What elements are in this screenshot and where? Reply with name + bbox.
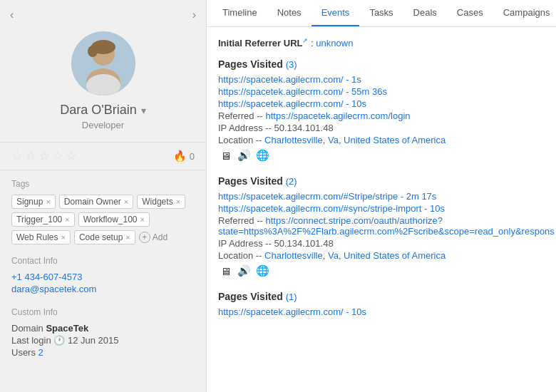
tag-workflow-label: Workflow_100	[83, 215, 138, 225]
visit-1-ip: IP Address -- 50.134.101.48	[218, 123, 545, 133]
tag-codesetup-label: Code setup	[79, 232, 123, 242]
tab-cases[interactable]: Cases	[447, 0, 493, 26]
avatar	[71, 31, 135, 96]
visit-2-ip: IP Address -- 50.134.101.48	[218, 238, 545, 249]
visit-2-icons: 🖥 🔊 🌐	[218, 264, 545, 278]
visit-2-url-2[interactable]: https://spacetek.agilecrm.com/#sync/stri…	[218, 203, 545, 214]
tab-notes[interactable]: Notes	[267, 0, 312, 26]
next-arrow[interactable]: ›	[188, 7, 200, 23]
visit-block-3: Pages Visited (1) https://spacetek.agile…	[218, 291, 545, 317]
contact-info-label: Contact Info	[0, 250, 206, 269]
left-panel: ‹ › Dara O'Briain ▾ Developer	[0, 0, 207, 392]
visit-1-country[interactable]: United States of America	[344, 135, 446, 145]
visit-1-url-3[interactable]: https://spacetek.agilecrm.com/ - 10s	[218, 98, 545, 109]
referrer-line: Initial Referrer URL↗ : unknown	[218, 37, 545, 48]
contact-name: Dara O'Briain	[60, 103, 136, 118]
tag-widgets: Widgets ×	[137, 195, 185, 209]
tag-webrules: Web Rules ×	[11, 230, 71, 244]
referrer-value: unknown	[316, 38, 353, 48]
visit-3-url-1[interactable]: https://spacetek.agilecrm.com/ - 10s	[218, 306, 545, 317]
tags-label: Tags	[0, 173, 206, 192]
tag-webrules-close[interactable]: ×	[61, 233, 65, 242]
contact-info-block: +1 434-607-4573 dara@spacetek.com	[0, 269, 206, 301]
contact-role: Developer	[82, 120, 124, 130]
users-row: Users 2	[11, 347, 195, 358]
star-1[interactable]: ☆	[11, 148, 23, 164]
tab-events[interactable]: Events	[312, 0, 360, 26]
tab-deals[interactable]: Deals	[403, 0, 447, 26]
tab-tasks[interactable]: Tasks	[359, 0, 403, 26]
users-value[interactable]: 2	[38, 347, 43, 358]
flame-section: 🔥 0	[173, 150, 195, 163]
visit-1-url-1[interactable]: https://spacetek.agilecrm.com/ - 1s	[218, 74, 545, 85]
domain-row: Domain SpaceTek	[11, 323, 195, 334]
profile-section: Dara O'Briain ▾ Developer	[0, 26, 206, 139]
tag-signup-label: Signup	[16, 197, 43, 207]
tag-domain-owner-close[interactable]: ×	[124, 197, 128, 206]
visit-1-referred: Referred -- https://spacetek.agilecrm.co…	[218, 110, 545, 121]
tag-domain-owner-label: Domain Owner	[64, 197, 121, 207]
tag-trigger-label: Trigger_100	[16, 215, 62, 225]
add-tag-label: Add	[153, 232, 168, 242]
tab-campaigns[interactable]: Campaigns	[493, 0, 556, 26]
tag-codesetup: Code setup ×	[74, 230, 135, 244]
visit-block-2: Pages Visited (2) https://spacetek.agile…	[218, 175, 545, 278]
desktop-icon: 🖥	[218, 148, 232, 163]
visit-3-header: Pages Visited (1)	[218, 291, 545, 302]
domain-label: Domain	[11, 323, 43, 334]
prev-arrow[interactable]: ‹	[6, 7, 18, 23]
visit-2-url-1[interactable]: https://spacetek.agilecrm.com/#Stripe/st…	[218, 191, 545, 202]
star-3[interactable]: ☆	[38, 148, 50, 164]
add-tag-button[interactable]: + Add	[139, 230, 168, 244]
visit-1-header: Pages Visited (3)	[218, 58, 545, 70]
tag-widgets-label: Widgets	[142, 197, 173, 207]
tag-workflow: Workflow_100 ×	[78, 212, 150, 227]
last-login-label: Last login	[11, 335, 51, 346]
svg-point-3	[88, 46, 98, 57]
star-2[interactable]: ☆	[25, 148, 36, 164]
tag-widgets-close[interactable]: ×	[176, 197, 180, 206]
users-label: Users	[11, 347, 36, 358]
visit-2-state[interactable]: Va	[328, 250, 339, 261]
star-4[interactable]: ☆	[52, 148, 63, 164]
visit-2-count: (2)	[286, 176, 297, 187]
speaker-icon-2: 🔊	[237, 264, 251, 278]
desktop-icon-2: 🖥	[218, 264, 232, 278]
visit-block-1: Pages Visited (3) https://spacetek.agile…	[218, 58, 545, 163]
tag-workflow-close[interactable]: ×	[140, 215, 145, 224]
tag-webrules-label: Web Rules	[16, 232, 58, 242]
globe-icon-1: 🌐	[255, 148, 269, 163]
visit-1-city[interactable]: Charlottesville	[264, 135, 323, 145]
stars-row: ☆ ☆ ☆ ☆ ☆ 🔥 0	[0, 142, 206, 170]
visit-2-header: Pages Visited (2)	[218, 175, 545, 187]
chevron-down-icon[interactable]: ▾	[141, 105, 146, 116]
visit-1-url-2[interactable]: https://spacetek.agilecrm.com/ - 55m 36s	[218, 86, 545, 97]
visit-1-referred-url[interactable]: https://spacetek.agilecrm.com/login	[265, 110, 410, 121]
tag-trigger-close[interactable]: ×	[65, 215, 69, 224]
visit-1-location: Location -- Charlottesville, Va, United …	[218, 135, 545, 145]
visit-2-city[interactable]: Charlottesville	[264, 250, 323, 261]
email-link[interactable]: dara@spacetek.com	[11, 284, 195, 294]
last-login-value: 12 Jun 2015	[68, 335, 119, 346]
domain-value: SpaceTek	[46, 323, 88, 334]
flame-count: 0	[190, 151, 195, 162]
referrer-sup: ↗	[302, 37, 308, 44]
phone-link[interactable]: +1 434-607-4573	[11, 272, 195, 282]
tag-domain-owner: Domain Owner ×	[59, 195, 133, 209]
tab-timeline[interactable]: Timeline	[212, 0, 267, 26]
contact-name-row: Dara O'Briain ▾	[60, 103, 145, 118]
visit-3-count: (1)	[286, 292, 297, 302]
visit-1-count: (3)	[286, 59, 297, 70]
last-login-row: Last login 🕐 12 Jun 2015	[11, 335, 195, 346]
plus-circle-icon: +	[139, 232, 150, 243]
visit-1-state[interactable]: Va	[328, 135, 339, 145]
tag-codesetup-close[interactable]: ×	[125, 233, 130, 242]
tag-signup-close[interactable]: ×	[46, 197, 50, 206]
star-5[interactable]: ☆	[66, 148, 77, 164]
visit-2-location: Location -- Charlottesville, Va, United …	[218, 250, 545, 261]
visit-2-country[interactable]: United States of America	[344, 250, 446, 261]
clock-icon: 🕐	[53, 335, 65, 346]
tags-container: Signup × Domain Owner × Widgets × Trigge…	[0, 192, 206, 250]
custom-info-label: Custom Info	[0, 301, 206, 320]
visit-2-referred-url[interactable]: https://connect.stripe.com/oauth/authori…	[218, 215, 555, 237]
